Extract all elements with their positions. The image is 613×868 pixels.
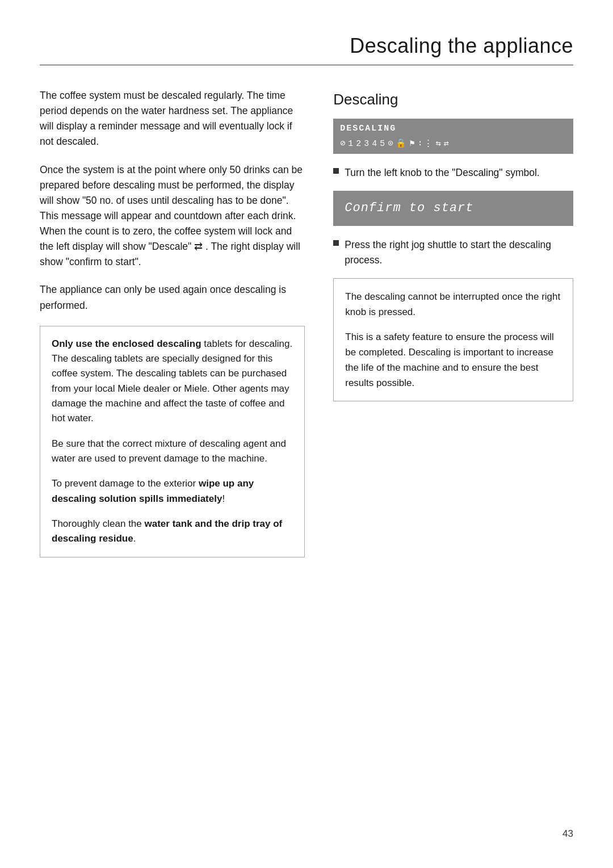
info-para-2: This is a safety feature to ensure the p… [345,329,561,391]
display-icon-arrow2: ⇄ [443,137,450,150]
display-num-5: 5 [380,137,387,150]
bullet-item-2: Press the right jog shuttle to start the… [333,237,573,268]
display-icon-arrow1: ⇆ [435,137,442,150]
confirm-text: Confirm to start [345,201,473,215]
display-icon-person: ⚑ [409,137,416,150]
bullet-text-2: Press the right jog shuttle to start the… [345,237,573,268]
notice-intro-rest: tablets for descaling. The descaling tab… [52,338,292,424]
notice-para4-prefix: Thoroughly clean the [52,518,145,529]
notice-para3-suffix: ! [222,493,225,504]
bullet-square-2 [333,240,339,246]
notice-bold-intro: Only use the enclosed descaling [52,338,201,349]
notice-para-2: Be sure that the correct mixture of desc… [52,437,293,467]
left-para-1: The coffee system must be descaled regul… [40,88,305,150]
display-num-4: 4 [372,137,379,150]
notice-para-1: Only use the enclosed descaling tablets … [52,337,293,426]
info-box: The descaling cannot be interrupted once… [333,278,573,401]
display-icon-dots: ∶⋮ [417,137,434,150]
info-para-1: The descaling cannot be interrupted once… [345,289,561,320]
confirm-box: Confirm to start [333,191,573,226]
notice-para-3: To prevent damage to the exterior wipe u… [52,476,293,506]
notice-para3-prefix: To prevent damage to the exterior [52,478,199,489]
right-column: Descaling DESCALING ⊘ 1 2 3 4 5 ⊙ 🔒 ⚑ ∶⋮… [333,88,573,401]
display-top-row: DESCALING [340,122,568,135]
display-num-2: 2 [356,137,363,150]
display-icon-phi: ⊙ [388,137,394,150]
display-icon-lock: 🔒 [396,137,408,150]
section-title: Descaling [333,88,573,111]
notice-box: Only use the enclosed descaling tablets … [40,326,305,557]
bullet-text-1: Turn the left knob to the "Descaling" sy… [345,165,539,181]
display-screen: DESCALING ⊘ 1 2 3 4 5 ⊙ 🔒 ⚑ ∶⋮ ⇆ ⇄ [333,119,573,154]
left-column: The coffee system must be descaled regul… [40,88,305,557]
display-num-1: 1 [348,137,355,150]
bullet-square-1 [333,168,339,174]
page-title: Descaling the appliance [40,34,573,65]
page-number: 43 [562,828,573,840]
notice-para4-suffix: . [133,533,136,544]
display-bottom-row: ⊘ 1 2 3 4 5 ⊙ 🔒 ⚑ ∶⋮ ⇆ ⇄ [340,137,568,150]
two-column-layout: The coffee system must be descaled regul… [40,88,573,557]
left-para-2: Once the system is at the point where on… [40,162,305,270]
page-container: Descaling the appliance The coffee syste… [0,0,613,868]
display-icon-circle1: ⊘ [340,137,347,150]
display-num-3: 3 [364,137,371,150]
bullet-item-1: Turn the left knob to the "Descaling" sy… [333,165,573,181]
left-para-3: The appliance can only be used again onc… [40,282,305,313]
notice-para-4: Thoroughly clean the water tank and the … [52,517,293,547]
